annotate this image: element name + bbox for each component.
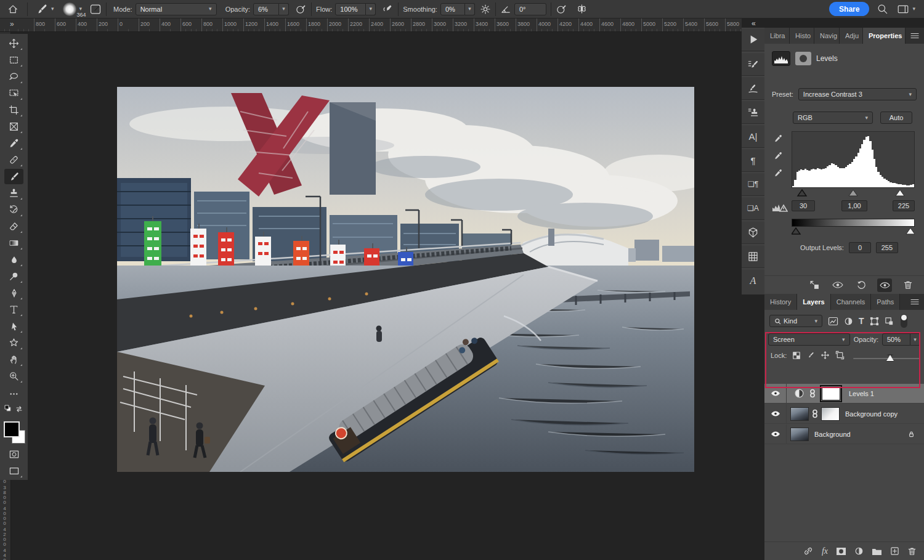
clone-source-panel-button[interactable] [742,100,764,124]
visibility-toggle[interactable] [764,424,787,444]
blur-tool[interactable] [4,252,23,267]
lock-artboard-icon[interactable] [835,351,845,360]
smoothing-input[interactable]: 0% [440,3,465,15]
quick-mask-button[interactable] [4,447,23,462]
smoothing-dropdown-button[interactable]: ▾ [465,3,475,15]
highlight-input-value[interactable]: 225 [893,200,915,211]
tab-navigator[interactable]: Navig [814,28,840,44]
levels-histogram[interactable] [792,131,915,188]
brushes-panel-button[interactable] [742,76,764,100]
glyphs-panel-button[interactable]: A [742,269,764,292]
tab-histogram[interactable]: Histo [790,28,814,44]
clip-to-layer-button[interactable] [807,278,822,292]
gray-point-eyedropper[interactable] [773,151,783,161]
pattern-panel-button[interactable] [742,245,764,268]
visibility-toggle-button[interactable] [877,278,892,292]
zoom-tool[interactable] [4,368,23,384]
brush-pressure-size-button[interactable] [556,3,567,15]
lock-pixels-icon[interactable] [806,351,815,360]
brush-angle-input[interactable]: 0° [514,3,546,15]
airbrush-opacity-button[interactable] [295,3,307,15]
preset-select[interactable]: Increase Contrast 3 ▾ [798,88,917,100]
hand-tool[interactable] [4,352,23,367]
paragraph-styles-panel-button[interactable]: ❏¶ [742,172,764,196]
opacity-input[interactable]: 6% [253,3,279,15]
filter-toggle-pill[interactable] [901,314,907,328]
mask-link-icon[interactable] [809,388,816,399]
filter-kind-select[interactable]: Kind ▾ [769,315,822,327]
tab-paths[interactable]: Paths [871,294,900,310]
opacity-slider-thumb[interactable] [886,354,894,361]
frame-tool[interactable] [4,119,23,134]
mode-select[interactable]: Normal ▾ [136,3,217,15]
channel-select[interactable]: RGB ▾ [793,112,873,124]
eraser-tool[interactable] [4,219,23,234]
panel-menu-button[interactable] [906,294,924,310]
color-swatches[interactable] [2,412,26,444]
eyedropper-tool[interactable] [4,136,23,151]
layer-thumbnail[interactable] [790,428,809,441]
share-button[interactable]: Share [829,2,869,16]
visibility-toggle[interactable] [764,384,787,403]
paint-symmetry-button[interactable] [576,3,588,15]
custom-shape-tool[interactable] [4,335,23,351]
delete-adjustment-button[interactable] [901,278,915,292]
layer-opacity-dropdown[interactable]: ▾ [910,333,920,346]
layer-mask-thumbnail[interactable] [821,407,840,421]
history-brush-tool[interactable] [4,202,23,217]
lasso-tool[interactable] [4,69,23,84]
canvas-photo[interactable] [117,87,694,472]
fx-icon[interactable]: fx [822,546,828,556]
character-panel-button[interactable]: A| [742,124,764,148]
levels-adjustment-icon-button[interactable] [772,51,790,66]
tab-channels[interactable]: Channels [831,294,871,310]
midtone-input-value[interactable]: 1,00 [841,200,867,211]
layer-row-levels-1[interactable]: Levels 1 [764,384,924,404]
crop-tool[interactable] [4,102,23,118]
opacity-dropdown-button[interactable]: ▾ [279,3,289,15]
new-group-icon[interactable] [872,547,882,556]
mask-link-icon[interactable] [812,408,818,419]
blend-mode-select[interactable]: Screen ▾ [768,333,850,346]
edit-toolbar-button[interactable] [4,386,23,402]
output-highlight-slider[interactable] [906,228,915,234]
clone-stamp-tool[interactable] [4,185,23,201]
mask-properties-button[interactable] [795,52,811,65]
airbrush-flow-button[interactable] [382,3,394,15]
3d-panel-button[interactable] [742,221,764,244]
link-layers-icon[interactable] [803,546,814,556]
image-filter-icon[interactable] [828,317,838,326]
shadow-input-slider[interactable] [798,190,806,196]
foreground-color-swatch[interactable] [4,421,20,437]
tab-history[interactable]: History [764,294,797,310]
smoothing-options-button[interactable] [480,4,491,15]
character-styles-panel-button[interactable]: ❏A [742,197,764,220]
layer-thumbnail[interactable] [790,407,809,421]
output-high-value[interactable]: 255 [876,242,898,253]
spot-healing-tool[interactable] [4,152,23,168]
tab-layers[interactable]: Layers [797,294,830,310]
tab-adjustments[interactable]: Adju [840,28,863,44]
flow-dropdown-button[interactable]: ▾ [366,3,376,15]
output-shadow-slider[interactable] [792,228,800,234]
type-tool[interactable] [4,302,23,317]
lock-transparency-icon[interactable] [792,351,801,360]
shadow-input-value[interactable]: 30 [792,200,815,211]
pen-tool[interactable] [4,285,23,301]
tool-button[interactable]: ▾ [36,3,54,15]
delete-layer-icon[interactable] [907,546,917,556]
add-mask-icon[interactable] [836,547,846,556]
flow-input[interactable]: 100% [335,3,366,15]
adjustment-filter-icon[interactable] [844,317,853,326]
panel-menu-button[interactable] [906,28,924,44]
move-tool[interactable] [4,36,23,51]
highlight-input-slider[interactable] [896,190,904,196]
opacity-slider[interactable] [853,358,920,359]
dock-collapse-chevrons[interactable]: « [752,19,755,28]
layer-row-background-copy[interactable]: Background copy [764,404,924,424]
new-adjustment-icon[interactable] [854,546,864,556]
tab-properties[interactable]: Properties [863,28,906,44]
dodge-tool[interactable] [4,269,23,284]
auto-button[interactable]: Auto [880,112,912,124]
white-point-eyedropper[interactable] [773,168,783,178]
